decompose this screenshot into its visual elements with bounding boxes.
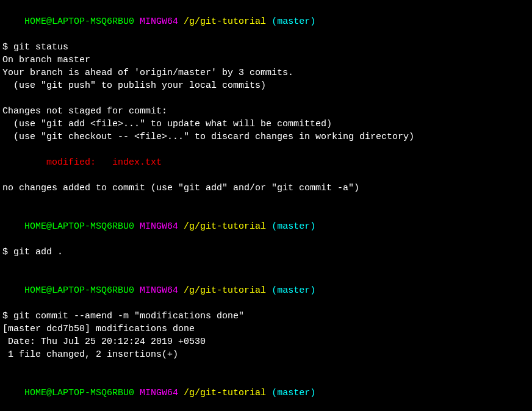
prompt-line: HOME@LAPTOP-MSQ6RBU0 MINGW64 /g/git-tuto… (2, 374, 530, 411)
branch-name: (master) (271, 16, 315, 27)
cwd-path: /g/git-tutorial (184, 16, 266, 27)
user-host: HOME@LAPTOP-MSQ6RBU0 (24, 221, 134, 232)
output-line: no changes added to commit (use "git add… (2, 182, 530, 195)
output-line: Date: Thu Jul 25 20:12:24 2019 +0530 (2, 335, 530, 348)
branch-name: (master) (271, 285, 315, 296)
cwd-path: /g/git-tutorial (184, 285, 266, 296)
user-host: HOME@LAPTOP-MSQ6RBU0 (24, 285, 134, 296)
terminal-output: HOME@LAPTOP-MSQ6RBU0 MINGW64 /g/git-tuto… (2, 2, 530, 411)
prompt-line: HOME@LAPTOP-MSQ6RBU0 MINGW64 /g/git-tuto… (2, 271, 530, 310)
output-line: (use "git add <file>..." to update what … (2, 118, 530, 130)
shell-name: MINGW64 (140, 221, 178, 232)
shell-name: MINGW64 (140, 388, 178, 398)
modified-file-line: modified: index.txt (2, 156, 530, 169)
cwd-path: /g/git-tutorial (184, 388, 266, 398)
blank-line (2, 92, 530, 105)
branch-name: (master) (271, 388, 315, 398)
output-line: Changes not staged for commit: (2, 105, 530, 118)
blank-line (2, 195, 530, 207)
output-line: On branch master (2, 54, 530, 66)
blank-line (2, 259, 530, 271)
user-host: HOME@LAPTOP-MSQ6RBU0 (24, 16, 134, 27)
cwd-path: /g/git-tutorial (184, 221, 266, 232)
blank-line (2, 361, 530, 374)
blank-line (2, 143, 530, 156)
output-line: (use "git push" to publish your local co… (2, 79, 530, 92)
command-line[interactable]: $ git status (2, 41, 530, 54)
output-line: (use "git checkout -- <file>..." to disc… (2, 130, 530, 143)
output-line: Your branch is ahead of 'origin/master' … (2, 66, 530, 79)
branch-name: (master) (271, 221, 315, 232)
prompt-line: HOME@LAPTOP-MSQ6RBU0 MINGW64 /g/git-tuto… (2, 207, 530, 246)
shell-name: MINGW64 (140, 16, 178, 27)
prompt-line: HOME@LAPTOP-MSQ6RBU0 MINGW64 /g/git-tuto… (2, 2, 530, 41)
command-line[interactable]: $ git commit --amend -m "modifications d… (2, 310, 530, 323)
command-line[interactable]: $ git add . (2, 246, 530, 259)
blank-line (2, 169, 530, 182)
shell-name: MINGW64 (140, 285, 178, 296)
output-line: 1 file changed, 2 insertions(+) (2, 348, 530, 361)
output-line: [master dcd7b50] modifications done (2, 323, 530, 335)
user-host: HOME@LAPTOP-MSQ6RBU0 (24, 388, 134, 398)
